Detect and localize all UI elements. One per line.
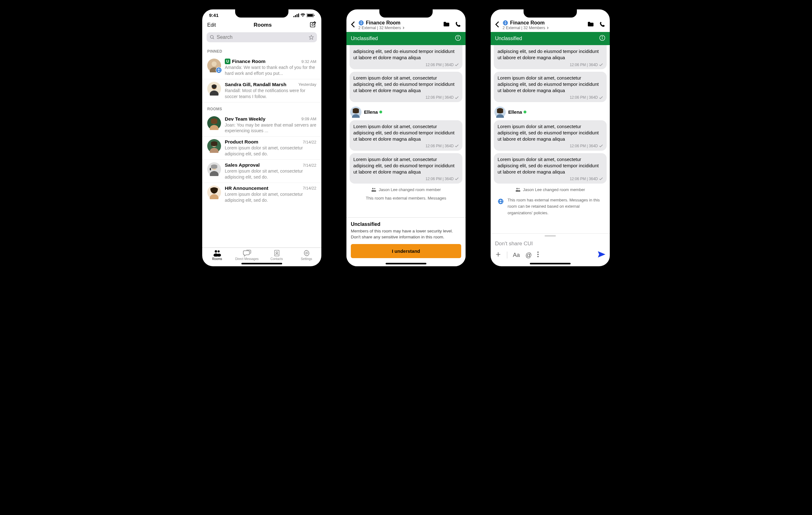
- chat-header-title-area[interactable]: Finance Room 2 External | 32 Members: [502, 20, 584, 30]
- classification-label: Unclassified: [495, 36, 522, 41]
- room-title: Sandra Gill, Randall Marsh: [225, 82, 286, 87]
- svg-point-40: [306, 252, 308, 254]
- message-sender: Ellena: [494, 107, 607, 118]
- room-item-dev-team[interactable]: Dev Team Weekly 9:09 AM Joan: You may be…: [202, 114, 321, 137]
- room-item-finance[interactable]: U Finance Room 9:32 AM Amanda: We want t…: [202, 56, 321, 79]
- chat-messages[interactable]: adipiscing elit, sed do eiusmod tempor i…: [346, 45, 466, 217]
- room-item-sandra-randall[interactable]: Sandra Gill, Randall Marsh Yesterday Ran…: [202, 79, 321, 102]
- sheet-body: Members of this room may have a lower se…: [351, 229, 461, 240]
- home-indicator: [530, 263, 571, 264]
- chevron-right-icon: [547, 26, 549, 29]
- search-input[interactable]: [216, 34, 307, 40]
- svg-rect-3: [297, 14, 297, 17]
- back-button[interactable]: [351, 21, 355, 29]
- attach-button[interactable]: [495, 251, 501, 259]
- signal-icon: [293, 13, 299, 17]
- room-preview: Randall: Most of the notifications were …: [225, 88, 316, 100]
- svg-point-63: [516, 188, 518, 189]
- tab-settings[interactable]: Settings: [292, 250, 321, 261]
- chat-subtitle: 2 External | 32 Members: [358, 26, 401, 30]
- send-button[interactable]: [598, 251, 605, 259]
- svg-line-10: [213, 38, 214, 39]
- avatar: [207, 185, 221, 199]
- check-icon: [599, 63, 603, 66]
- edit-button[interactable]: Edit: [207, 22, 216, 28]
- room-preview: Joan: You may be aware that email server…: [225, 122, 316, 134]
- more-button[interactable]: [538, 251, 539, 259]
- mention-button[interactable]: @: [525, 251, 532, 259]
- phone-icon: [599, 21, 605, 28]
- presence-indicator: [524, 111, 526, 113]
- sheet-title: Unclassified: [351, 221, 461, 227]
- room-title: Dev Team Weekly: [225, 116, 265, 122]
- call-button[interactable]: [455, 21, 461, 29]
- message-bubble[interactable]: Lorem ipsum dolor sit amet, consectetur …: [494, 120, 607, 151]
- check-icon: [599, 177, 603, 180]
- tab-rooms[interactable]: Rooms: [202, 250, 232, 261]
- status-time: 9:41: [209, 12, 219, 18]
- chevron-left-icon: [495, 21, 499, 28]
- check-icon: [455, 144, 459, 148]
- message-sender: Ellena: [350, 107, 462, 118]
- presence-indicator: [379, 111, 382, 113]
- members-icon: [515, 187, 521, 192]
- call-button[interactable]: [599, 21, 605, 29]
- svg-rect-1: [293, 16, 294, 17]
- info-icon[interactable]: [455, 35, 461, 42]
- svg-point-66: [518, 190, 520, 192]
- svg-rect-4: [298, 13, 299, 17]
- chat-header-title-area[interactable]: Finance Room 2 External | 32 Members: [358, 20, 440, 30]
- chat-messages[interactable]: adipiscing elit, sed do eiusmod tempor i…: [491, 45, 610, 233]
- room-preview: Lorem ipsum dolor sit amet, consectetur …: [225, 168, 316, 180]
- star-icon[interactable]: [309, 35, 314, 40]
- message-bubble[interactable]: adipiscing elit, sed do eiusmod tempor i…: [350, 45, 462, 69]
- room-item-product[interactable]: Product Room 7/14/22 Lorem ipsum dolor s…: [202, 137, 321, 160]
- check-icon: [599, 96, 603, 99]
- folder-button[interactable]: [443, 21, 450, 29]
- understand-button[interactable]: I understand: [351, 244, 461, 258]
- room-time: 7/14/22: [303, 140, 316, 144]
- composer-handle[interactable]: [545, 235, 556, 237]
- svg-point-73: [538, 254, 539, 255]
- message-bubble[interactable]: Lorem ipsum dolor sit amet, consectetur …: [350, 153, 462, 184]
- back-button[interactable]: [495, 21, 499, 29]
- compose-icon[interactable]: [310, 21, 316, 29]
- message-bubble[interactable]: Lorem ipsum dolor sit amet, consectetur …: [494, 153, 607, 184]
- composer-input[interactable]: Don't share CUI: [491, 238, 610, 249]
- divider: [507, 251, 507, 259]
- gear-icon: [303, 250, 310, 256]
- globe-icon: [358, 20, 364, 26]
- room-title: Sales Approval: [225, 162, 260, 168]
- room-preview: Lorem ipsum dolor sit amet, consectetur …: [225, 191, 316, 203]
- check-icon: [455, 96, 459, 99]
- format-button[interactable]: Aa: [513, 252, 520, 259]
- message-bubble[interactable]: Lorem ipsum dolor sit amet, consectetur …: [494, 72, 607, 102]
- wifi-icon: [300, 13, 306, 17]
- notch: [379, 9, 433, 18]
- unclassified-badge: U: [225, 59, 230, 64]
- send-icon: [598, 251, 605, 258]
- members-icon: [371, 187, 377, 192]
- home-indicator: [386, 263, 426, 264]
- phone-screen-chat-sheet: Finance Room 2 External | 32 Members Unc…: [343, 6, 469, 269]
- folder-button[interactable]: [587, 21, 594, 29]
- room-item-hr[interactable]: HR Announcement 7/14/22 Lorem ipsum dolo…: [202, 183, 321, 206]
- svg-rect-2: [295, 15, 296, 17]
- phone-screen-rooms: 9:41 Edit Rooms PINNED U: [199, 6, 324, 269]
- room-item-sales[interactable]: Sales Approval 7/14/22 Lorem ipsum dolor…: [202, 160, 321, 183]
- external-notice-partial: This room has external members. Messages: [350, 196, 462, 201]
- external-notice: This room has external members. Messages…: [494, 196, 607, 218]
- check-icon: [455, 63, 459, 66]
- avatar: [207, 162, 221, 176]
- tab-direct-messages[interactable]: Direct Messages: [232, 250, 262, 261]
- message-bubble[interactable]: Lorem ipsum dolor sit amet, consectetur …: [350, 72, 462, 102]
- message-bubble[interactable]: adipiscing elit, sed do eiusmod tempor i…: [494, 45, 607, 69]
- sender-name: Ellena: [364, 109, 378, 115]
- tab-contacts[interactable]: Contacts: [262, 250, 292, 261]
- rooms-icon: [213, 250, 221, 256]
- message-bubble[interactable]: Lorem ipsum dolor sit amet, consectetur …: [350, 120, 462, 151]
- svg-point-37: [216, 254, 221, 256]
- search-bar[interactable]: [207, 32, 317, 42]
- info-icon[interactable]: [599, 35, 605, 42]
- chat-title: Finance Room: [510, 20, 545, 26]
